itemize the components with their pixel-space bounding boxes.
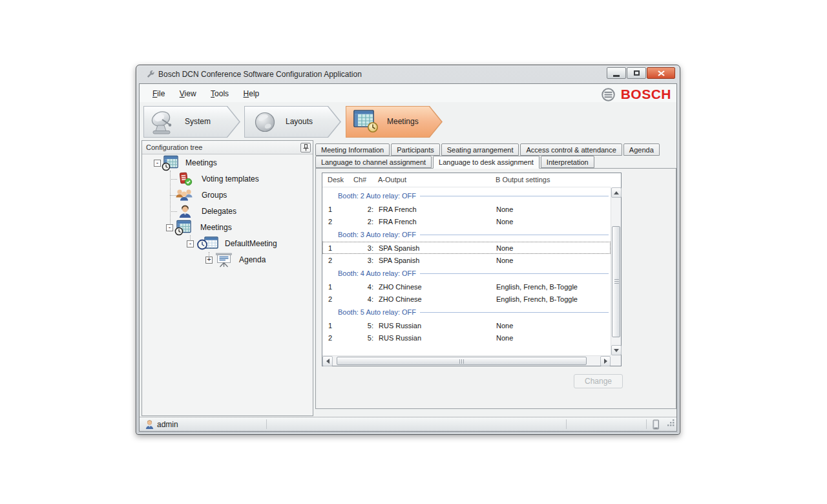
tree-item-label: Delegates bbox=[202, 204, 236, 220]
table-row[interactable]: 15:RUS RussianNone bbox=[322, 319, 611, 331]
tree-expander[interactable]: + bbox=[205, 257, 213, 264]
bosch-logo: BOSCH bbox=[601, 87, 671, 102]
tab-meeting-information[interactable]: Meeting Information bbox=[315, 143, 390, 156]
table-row[interactable]: 24:ZHO ChineseEnglish, French, B-Toggle bbox=[322, 293, 611, 305]
globe-icon bbox=[253, 110, 277, 136]
maximize-button[interactable] bbox=[627, 67, 646, 79]
scroll-up-button[interactable] bbox=[611, 187, 622, 198]
language-to-desk-content: Desk Ch# A-Output B Output settings Boot… bbox=[315, 168, 676, 409]
nav-label-system: System bbox=[185, 117, 211, 126]
booth-group-header: Booth: 5 Auto relay: OFF bbox=[322, 305, 611, 319]
table-row[interactable]: 14:ZHO ChineseEnglish, French, B-Toggle bbox=[322, 280, 611, 293]
server-status-icon bbox=[653, 419, 660, 432]
tree-expander[interactable]: - bbox=[154, 160, 161, 167]
table-row[interactable]: 23:SPA SpanishNone bbox=[322, 254, 611, 266]
agenda-flipchart-icon bbox=[215, 252, 233, 271]
tab-row-1: Meeting InformationParticipantsSeating a… bbox=[315, 143, 676, 156]
tab-row-2: Language to channel assignmentLanguage t… bbox=[315, 156, 676, 169]
menu-tools[interactable]: Tools bbox=[205, 88, 235, 100]
menu-view[interactable]: View bbox=[174, 88, 202, 100]
nav-label-layouts: Layouts bbox=[286, 117, 313, 126]
statusbar-separator bbox=[646, 419, 647, 429]
close-button[interactable] bbox=[647, 67, 675, 79]
table-row[interactable]: 22:FRA FrenchNone bbox=[322, 215, 611, 227]
vertical-scrollbar[interactable] bbox=[611, 187, 621, 355]
nav-step-system[interactable]: System bbox=[143, 106, 240, 138]
window-title: Bosch DCN Conference Software Configurat… bbox=[158, 70, 362, 79]
tree-item-label: Meetings bbox=[200, 220, 232, 236]
minimize-button[interactable] bbox=[607, 67, 626, 79]
logged-in-user: admin bbox=[157, 420, 178, 429]
vertical-scroll-thumb[interactable] bbox=[612, 226, 620, 337]
pin-button[interactable] bbox=[300, 143, 311, 152]
tree-item-default-meeting[interactable]: - DefaultMeeting bbox=[142, 236, 313, 252]
nav-step-meetings[interactable]: Meetings bbox=[346, 106, 443, 138]
tab-interpretation[interactable]: Interpretation bbox=[541, 156, 594, 168]
tab-agenda[interactable]: Agenda bbox=[623, 143, 660, 156]
table-row[interactable]: 25:RUS RussianNone bbox=[322, 331, 611, 344]
statusbar-separator bbox=[266, 419, 267, 429]
menu-file[interactable]: File bbox=[147, 88, 171, 100]
scroll-left-button[interactable] bbox=[322, 356, 333, 366]
tree-item-label: DefaultMeeting bbox=[225, 236, 277, 252]
scroll-down-button[interactable] bbox=[611, 345, 622, 355]
col-header-b-output[interactable]: B Output settings bbox=[496, 173, 611, 187]
bosch-wordmark: BOSCH bbox=[621, 87, 671, 102]
status-bar: admin bbox=[140, 417, 676, 431]
configuration-tree-panel: Configuration tree - bbox=[141, 140, 313, 416]
col-header-ch[interactable]: Ch# bbox=[353, 173, 373, 187]
table-header-row: Desk Ch# A-Output B Output settings bbox=[322, 173, 611, 187]
col-header-desk[interactable]: Desk bbox=[322, 173, 353, 187]
horizontal-scroll-thumb[interactable] bbox=[337, 357, 587, 365]
satellite-dish-icon bbox=[149, 109, 176, 138]
tree-item-label: Meetings bbox=[185, 155, 217, 171]
assignment-table: Desk Ch# A-Output B Output settings Boot… bbox=[322, 173, 622, 366]
tree-expander[interactable]: - bbox=[166, 224, 173, 231]
tree-item-delegates[interactable]: Delegates bbox=[142, 204, 313, 220]
tree-item-meetings-container[interactable]: - Meetings bbox=[142, 220, 313, 236]
tab-participants[interactable]: Participants bbox=[391, 143, 439, 156]
resize-grip[interactable] bbox=[667, 418, 675, 430]
tree-panel-header: Configuration tree bbox=[142, 141, 313, 154]
tab-access-control[interactable]: Access control & attendance bbox=[520, 143, 622, 156]
horizontal-scrollbar[interactable] bbox=[322, 355, 611, 366]
col-header-a-output[interactable]: A-Output bbox=[373, 173, 496, 187]
change-button[interactable]: Change bbox=[574, 374, 623, 388]
nav-label-meetings: Meetings bbox=[387, 117, 419, 126]
nav-step-layouts[interactable]: Layouts bbox=[244, 106, 341, 138]
app-window: Bosch DCN Conference Software Configurat… bbox=[136, 65, 680, 435]
bosch-symbol-icon bbox=[601, 87, 616, 102]
statusbar-separator bbox=[566, 419, 567, 429]
scroll-right-button[interactable] bbox=[600, 356, 611, 366]
table-row[interactable]: 12:FRA FrenchNone bbox=[322, 203, 611, 215]
tree-item-label: Agenda bbox=[239, 252, 266, 268]
tab-language-to-desk[interactable]: Language to desk assignment bbox=[433, 156, 539, 169]
configuration-tree: - Meetings bbox=[142, 155, 313, 415]
scrollbar-corner bbox=[611, 355, 621, 366]
table-body: Booth: 2 Auto relay: OFF 12:FRA FrenchNo… bbox=[322, 187, 611, 355]
booth-group-header: Booth: 3 Auto relay: OFF bbox=[322, 227, 611, 242]
pin-icon bbox=[302, 143, 310, 152]
tree-item-label: Voting templates bbox=[202, 171, 259, 187]
meeting-calendar-clock-icon bbox=[353, 109, 379, 136]
table-row-selected[interactable]: 13:SPA SpanishNone bbox=[322, 242, 611, 254]
tab-language-to-channel[interactable]: Language to channel assignment bbox=[315, 156, 432, 168]
client-area: File View Tools Help BOSCH bbox=[139, 83, 677, 432]
tree-expander[interactable]: - bbox=[187, 240, 194, 247]
user-icon bbox=[145, 419, 154, 432]
tree-item-agenda[interactable]: + Agenda bbox=[142, 252, 313, 268]
tree-item-meetings-root[interactable]: - Meetings bbox=[142, 155, 313, 171]
title-bar[interactable]: Bosch DCN Conference Software Configurat… bbox=[136, 65, 680, 83]
tree-item-voting-templates[interactable]: Voting templates bbox=[142, 171, 313, 187]
wrench-icon bbox=[145, 70, 155, 82]
tab-seating-arrangement[interactable]: Seating arrangement bbox=[441, 143, 519, 156]
tree-item-groups[interactable]: Groups bbox=[142, 187, 313, 204]
meeting-detail-panel: Meeting InformationParticipantsSeating a… bbox=[315, 140, 676, 410]
tree-item-label: Groups bbox=[202, 187, 227, 204]
menu-bar: File View Tools Help BOSCH bbox=[140, 84, 676, 102]
booth-group-header: Booth: 4 Auto relay: OFF bbox=[322, 266, 611, 280]
booth-group-header: Booth: 2 Auto relay: OFF bbox=[322, 189, 611, 203]
groups-people-icon bbox=[174, 187, 194, 205]
menu-help[interactable]: Help bbox=[238, 88, 266, 100]
